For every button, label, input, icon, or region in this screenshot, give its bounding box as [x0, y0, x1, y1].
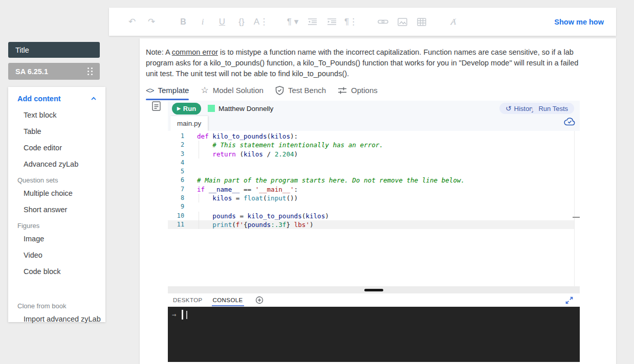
code-line-10[interactable]: 10 pounds = kilo_to_pounds(kilos)	[168, 212, 574, 220]
run-button[interactable]: ▶ Run	[172, 103, 201, 115]
line-number: 2	[168, 141, 192, 149]
sidebar-item-image[interactable]: Image	[17, 231, 105, 247]
zylab-block: ▶ Run Matthew Donnelly ↺ History Run Tes…	[168, 101, 580, 362]
note-text-block[interactable]: Note: A common error is to mistype a fun…	[146, 47, 587, 79]
toolbar-group	[373, 16, 431, 28]
code-tag-icon: <>	[146, 86, 154, 95]
line-content: # Main part of the program starts here. …	[192, 176, 465, 185]
font-size-icon[interactable]: A⋮	[251, 16, 271, 28]
code-line-1[interactable]: 1def kilo_to_pounds(kilos):	[168, 132, 574, 141]
sidebar-item-multiple-choice[interactable]: Multiple choice	[17, 185, 105, 201]
editor-divider	[574, 131, 575, 286]
console-tab-console[interactable]: CONSOLE	[212, 294, 244, 306]
line-number: 7	[168, 185, 192, 194]
tab-model-solution[interactable]: ☆Model Solution	[201, 85, 263, 100]
code-line-3[interactable]: 3 return (kilos / 2.204)	[168, 150, 574, 158]
tab-label: Template	[158, 86, 189, 95]
sidebar-group-label: Figures	[17, 222, 105, 230]
sidebar-group-label: Clone from book	[17, 302, 105, 310]
console-tabs: DESKTOPCONSOLE	[172, 294, 252, 306]
line-content	[192, 158, 197, 167]
code-line-2[interactable]: 2 # This statement intentionally has an …	[168, 141, 574, 149]
redo-icon[interactable]: ↷	[142, 16, 161, 28]
sidebar-item-text-block[interactable]: Text block	[17, 107, 105, 123]
table-icon[interactable]	[412, 16, 431, 28]
underline-icon[interactable]: U	[212, 16, 232, 28]
drag-handle-icon[interactable]	[88, 67, 93, 75]
chevron-up-icon[interactable]	[90, 95, 97, 102]
sidebar-group: Question setsMultiple choiceShort answer	[17, 176, 105, 218]
presence-indicator	[208, 105, 215, 112]
sidebar-item-short-answer[interactable]: Short answer	[17, 201, 105, 218]
outdent-icon[interactable]	[302, 16, 322, 28]
add-content-header[interactable]: Add content	[17, 95, 105, 103]
file-tab-mainpy[interactable]: main.py	[170, 116, 208, 131]
sidebar-group: Text blockTableCode editorAdvanced zyLab	[17, 107, 105, 172]
line-number: 5	[168, 167, 192, 176]
sidebar-item-table[interactable]: Table	[17, 123, 105, 140]
toolbar-group: ↶↷	[122, 16, 161, 28]
history-label: History	[514, 105, 535, 112]
sliders-icon	[338, 86, 347, 95]
link-icon[interactable]	[373, 16, 392, 28]
console-terminal[interactable]: →	[168, 307, 580, 362]
sidebar-item-video[interactable]: Video	[17, 247, 105, 263]
block-document-icon	[152, 101, 161, 113]
bold-icon[interactable]: B	[173, 16, 193, 28]
code-line-7[interactable]: 7if __name__ == '__main__':	[168, 185, 574, 194]
line-number: 6	[168, 176, 192, 185]
code-editor[interactable]: 1def kilo_to_pounds(kilos):2 # This stat…	[168, 131, 580, 286]
sidebar-item-import-advanced-zylab[interactable]: Import advanced zyLab	[17, 311, 105, 327]
add-console-tab-button[interactable]	[255, 296, 264, 304]
run-tests-button[interactable]: Run Tests	[532, 103, 574, 114]
line-number: 11	[168, 220, 192, 229]
file-tab-label: main.py	[177, 120, 201, 127]
code-line-8[interactable]: 8 kilos = float(input())	[168, 194, 574, 202]
line-number: 9	[168, 202, 192, 211]
title-block-label: Title	[15, 46, 29, 54]
expand-console-icon[interactable]	[565, 296, 574, 307]
tab-label: Options	[351, 86, 378, 95]
show-me-how-link[interactable]: Show me how	[554, 18, 604, 26]
paragraph-options-icon[interactable]: ¶⋮	[341, 16, 361, 28]
paragraph-style-icon[interactable]: ¶ ▾	[283, 16, 302, 28]
section-block[interactable]: SA 6.25.1	[8, 63, 100, 80]
image-icon[interactable]	[392, 16, 412, 28]
tab-options[interactable]: Options	[338, 85, 378, 100]
history-icon: ↺	[506, 105, 512, 112]
line-content: return (kilos / 2.204)	[192, 150, 298, 158]
scrollbar-thumb[interactable]	[573, 217, 580, 218]
run-tests-label: Run Tests	[538, 105, 568, 112]
line-number: 10	[168, 212, 192, 220]
line-number: 4	[168, 158, 192, 167]
code-line-4[interactable]: 4	[168, 158, 574, 167]
resize-handle[interactable]	[364, 289, 383, 291]
line-content: # This statement intentionally has an er…	[192, 141, 383, 149]
code-line-11[interactable]: 11 print(f'{pounds:.3f} lbs')	[168, 220, 574, 229]
line-content	[192, 167, 197, 176]
tab-template[interactable]: <>Template	[146, 85, 189, 100]
add-content-panel: Add content Text blockTableCode editorAd…	[8, 87, 105, 322]
line-content: pounds = kilo_to_pounds(kilos)	[192, 212, 329, 220]
indent-icon[interactable]	[322, 16, 341, 28]
note-underlined: common error	[172, 48, 218, 56]
undo-icon[interactable]: ↶	[122, 16, 142, 28]
sidebar-item-code-editor[interactable]: Code editor	[17, 140, 105, 156]
tab-test-bench[interactable]: Test Bench	[275, 85, 326, 100]
code-line-5[interactable]: 5	[168, 167, 574, 176]
code-line-6[interactable]: 6# Main part of the program starts here.…	[168, 176, 574, 185]
title-block[interactable]: Title	[8, 42, 100, 58]
code-braces-icon[interactable]: {}	[232, 16, 251, 28]
sidebar-group: Clone from bookImport advanced zyLab	[17, 302, 105, 327]
code-lines: 1def kilo_to_pounds(kilos):2 # This stat…	[168, 132, 580, 229]
console-tab-desktop[interactable]: DESKTOP	[172, 294, 204, 306]
sidebar-group-label: Question sets	[17, 176, 105, 184]
file-tab-row: main.py	[168, 116, 580, 131]
sidebar-item-advanced-zylab[interactable]: Advanced zyLab	[17, 156, 105, 172]
line-number: 3	[168, 150, 192, 158]
sidebar-item-code-block[interactable]: Code block	[17, 263, 105, 280]
italic-icon[interactable]: i	[193, 16, 212, 28]
note-prefix: Note: A	[146, 48, 172, 56]
clear-formatting-icon[interactable]: Ⱥ	[444, 16, 463, 28]
code-line-9[interactable]: 9	[168, 202, 574, 211]
